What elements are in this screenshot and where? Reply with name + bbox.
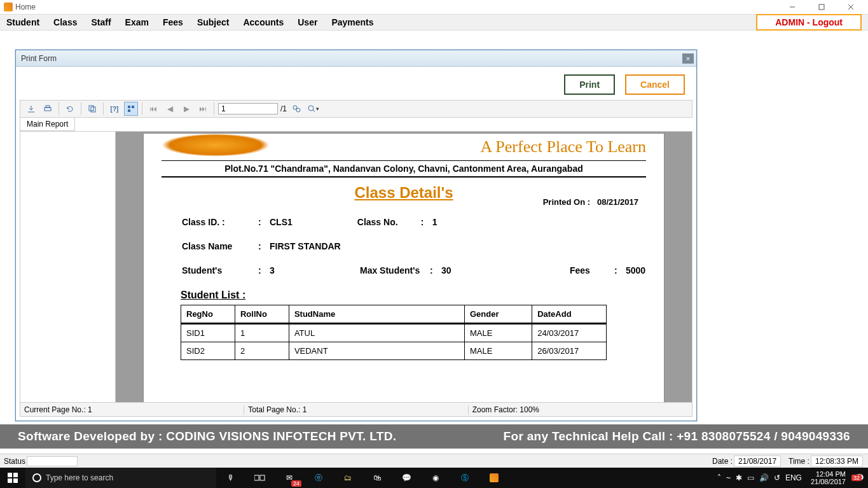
- svg-rect-17: [8, 478, 12, 483]
- search-placeholder: Type here to search: [46, 473, 113, 482]
- prev-page-icon[interactable]: ◀: [163, 102, 177, 116]
- copy-icon[interactable]: [85, 102, 99, 116]
- admin-logout[interactable]: ADMIN - Logout: [756, 14, 862, 31]
- svg-rect-4: [45, 108, 51, 111]
- start-button[interactable]: [0, 473, 25, 483]
- skype-icon[interactable]: Ⓢ: [450, 468, 479, 488]
- report-toolbar: [?] ⏮ ◀ ▶ ⏭ /1 ▾: [20, 100, 692, 118]
- modal-close[interactable]: ×: [682, 53, 694, 64]
- max-students-label: Max Student's: [360, 265, 430, 275]
- svg-rect-5: [46, 106, 50, 108]
- tray-sync-icon[interactable]: ↺: [774, 473, 780, 482]
- maximize-button[interactable]: [807, 0, 836, 14]
- menu-staff[interactable]: Staff: [91, 17, 111, 27]
- tray-battery-icon[interactable]: ▭: [747, 473, 754, 482]
- mail-icon[interactable]: ✉24: [275, 468, 304, 488]
- edge-icon[interactable]: ⓔ: [304, 468, 333, 488]
- col-gender: Gender: [464, 305, 532, 324]
- tray-lang[interactable]: ENG: [785, 473, 802, 482]
- find-icon[interactable]: [289, 102, 303, 116]
- print-form-modal: Print Form × Print Cancel [?] ⏮ ◀ ▶ ⏭ /1…: [15, 50, 697, 421]
- params-icon[interactable]: [?]: [107, 102, 121, 116]
- clock-time: 12:04 PM: [811, 470, 846, 478]
- col-studname: StudName: [289, 305, 464, 324]
- explorer-icon[interactable]: 🗂: [333, 468, 362, 488]
- report-page: A Perfect Place To Learn Plot.No.71 "Cha…: [143, 133, 665, 402]
- status-total-page: Total Page No.: 1: [244, 405, 468, 414]
- svg-rect-8: [128, 106, 130, 108]
- next-page-icon[interactable]: ▶: [179, 102, 193, 116]
- group-tree-icon[interactable]: [124, 102, 138, 116]
- tray-chevron-icon[interactable]: ˄: [717, 473, 721, 482]
- taskbar-clock[interactable]: 12:04 PM 21/08/2017: [807, 470, 850, 485]
- zoom-icon[interactable]: ▾: [306, 102, 320, 116]
- menu-student[interactable]: Student: [6, 17, 39, 27]
- report-viewport[interactable]: A Perfect Place To Learn Plot.No.71 "Cha…: [116, 132, 692, 402]
- modal-caption: Print Form ×: [16, 50, 696, 67]
- window-title: Home: [15, 3, 36, 11]
- class-id-label: Class ID. :: [182, 217, 258, 227]
- titlebar: Home: [0, 0, 868, 14]
- menu-class[interactable]: Class: [53, 17, 77, 27]
- fees-label: Fees: [570, 265, 614, 275]
- svg-rect-20: [254, 475, 259, 480]
- print-button[interactable]: Print: [564, 74, 615, 95]
- first-page-icon[interactable]: ⏮: [146, 102, 160, 116]
- chrome-icon[interactable]: ◉: [421, 468, 450, 488]
- printed-on-label: Printed On :: [543, 197, 590, 207]
- last-page-icon[interactable]: ⏭: [196, 102, 210, 116]
- notif-badge: 32: [851, 475, 862, 481]
- svg-line-14: [313, 110, 315, 112]
- page-total: /1: [280, 104, 287, 113]
- student-list-header: Student List :: [181, 289, 646, 301]
- col-regno: RegNo: [181, 305, 235, 324]
- svg-point-12: [296, 108, 300, 112]
- search-bar[interactable]: Type here to search: [25, 468, 216, 488]
- time-label: Time :: [789, 457, 809, 466]
- class-name-value: FIRST STANDAR: [270, 241, 341, 251]
- report-tabs: Main Report: [20, 118, 692, 131]
- date-label: Date :: [712, 457, 733, 466]
- app-taskbar-icon[interactable]: [479, 468, 509, 488]
- class-id-value: CLS1: [270, 217, 293, 227]
- tab-main-report[interactable]: Main Report: [20, 118, 75, 131]
- print-icon[interactable]: [41, 102, 55, 116]
- status-value: [27, 456, 78, 466]
- svg-rect-15: [8, 473, 12, 477]
- svg-rect-9: [132, 106, 134, 108]
- close-button[interactable]: [836, 0, 865, 14]
- store-icon[interactable]: 🛍: [362, 468, 392, 488]
- footer-credit: Software Developed by : CODING VISIONS I…: [0, 424, 868, 449]
- tray-volume-icon[interactable]: 🔊: [759, 473, 769, 482]
- col-rollno: RollNo: [235, 305, 289, 324]
- taskview-icon[interactable]: [245, 468, 275, 488]
- mail-badge: 24: [291, 480, 301, 487]
- menu-user[interactable]: User: [298, 17, 317, 27]
- menu-payments[interactable]: Payments: [331, 17, 373, 27]
- svg-point-13: [308, 106, 313, 111]
- cancel-button[interactable]: Cancel: [625, 74, 685, 95]
- max-students-value: 30: [441, 265, 479, 275]
- mic-icon[interactable]: 🎙: [216, 468, 245, 488]
- students-label: Student's: [182, 265, 258, 275]
- menu-accounts[interactable]: Accounts: [243, 17, 284, 27]
- svg-rect-21: [260, 475, 265, 480]
- class-name-label: Class Name: [182, 241, 258, 251]
- table-row: SID22VEDANTMALE26/03/2017: [181, 342, 607, 360]
- printed-on-date: 08/21/2017: [597, 197, 638, 207]
- export-icon[interactable]: [24, 102, 38, 116]
- clock-date: 21/08/2017: [811, 478, 846, 485]
- menu-fees[interactable]: Fees: [163, 17, 183, 27]
- page-input[interactable]: [218, 103, 278, 115]
- app-icon: [4, 3, 13, 11]
- tray-feather-icon[interactable]: ~: [726, 473, 731, 482]
- address-line: Plot.No.71 "Chandrama", Nandanvan Colony…: [162, 160, 646, 178]
- notifications-icon[interactable]: 💬32: [855, 473, 864, 482]
- menu-subject[interactable]: Subject: [197, 17, 230, 27]
- minimize-button[interactable]: [778, 0, 807, 14]
- tray-network-icon[interactable]: ✱: [736, 473, 742, 482]
- tagline: A Perfect Place To Learn: [162, 137, 646, 157]
- refresh-icon[interactable]: [63, 102, 77, 116]
- whatsapp-icon[interactable]: 💬: [392, 468, 421, 488]
- menu-exam[interactable]: Exam: [125, 17, 149, 27]
